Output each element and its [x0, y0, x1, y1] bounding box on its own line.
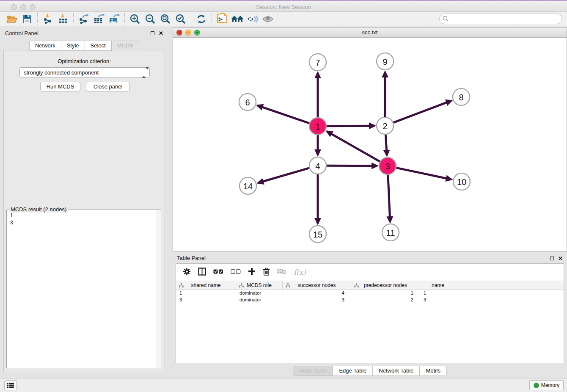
import-table-icon[interactable] — [55, 13, 71, 25]
toolbar-separator — [212, 13, 212, 25]
network-window-title: scc.txt — [173, 28, 567, 37]
network-maximize-icon[interactable]: + — [194, 30, 200, 36]
tab-mcds[interactable]: MCDS — [112, 41, 139, 51]
column-header[interactable]: predecessor nodes — [351, 281, 420, 289]
column-header[interactable]: shared name — [176, 281, 236, 289]
homes-icon[interactable] — [230, 13, 245, 25]
mcds-result-box: MCDS result (2 nodes) 1 3 — [6, 210, 161, 368]
graph-node-label: 15 — [313, 230, 322, 239]
table-header-row: shared nameMCDS rolesuccessor nodesprede… — [176, 281, 564, 290]
memory-button[interactable]: Memory — [529, 380, 564, 390]
graph-node-label: 10 — [457, 177, 466, 187]
tab-network-table[interactable]: Network Table — [373, 366, 420, 376]
tab-motifs[interactable]: Motifs — [420, 366, 447, 376]
close-table-panel-icon[interactable]: ✕ — [558, 257, 563, 260]
unselect-all-columns-icon[interactable] — [231, 268, 241, 276]
window-title: Session: New Session — [0, 4, 567, 10]
task-history-button[interactable] — [4, 380, 17, 390]
export-image-icon[interactable] — [107, 13, 122, 25]
memory-status-icon — [534, 383, 539, 388]
zoom-in-icon[interactable] — [127, 13, 143, 25]
graph-edge-4-3[interactable] — [327, 166, 377, 166]
table-panel: Table Panel ✕ — [173, 252, 567, 378]
graph-node-label: 3 — [385, 162, 390, 171]
open-file-icon[interactable] — [4, 13, 19, 25]
search-box — [439, 14, 562, 24]
table-cell: 1 — [351, 290, 420, 296]
close-panel-button[interactable]: Close panel — [86, 82, 130, 91]
column-header[interactable]: MCDS role — [236, 281, 283, 289]
network-canvas[interactable]: 1234678910111415 — [173, 38, 567, 251]
criterion-select[interactable]: strongly connected component — [19, 67, 150, 77]
delete-table-icon — [277, 268, 286, 276]
list-icon — [7, 382, 14, 388]
export-table-icon[interactable] — [91, 13, 107, 25]
table-rows: 1dominator4113dominator323 — [176, 290, 564, 303]
run-mcds-button[interactable]: Run MCDS — [40, 82, 80, 91]
zoom-selected-icon[interactable] — [173, 13, 188, 25]
table-settings-gear-icon[interactable] — [183, 268, 191, 277]
graph-edge-2-3[interactable] — [385, 135, 387, 155]
toolbar-separator — [124, 13, 125, 25]
save-session-icon[interactable] — [19, 13, 35, 25]
result-scrollbar[interactable] — [156, 210, 161, 368]
table-panel-title: Table Panel — [177, 253, 550, 261]
split-view-icon[interactable] — [198, 268, 206, 277]
column-header[interactable]: successor nodes — [283, 281, 351, 289]
select-all-columns-icon[interactable] — [213, 268, 223, 276]
graph-node-label: 9 — [383, 57, 387, 66]
delete-column-icon[interactable] — [263, 268, 270, 277]
graph-node-label: 4 — [315, 161, 320, 171]
graph[interactable]: 1234678910111415 — [173, 38, 567, 251]
network-minimize-icon[interactable]: − — [185, 30, 191, 36]
document-share-icon[interactable] — [215, 13, 230, 25]
mcds-result-title: MCDS result (2 nodes) — [9, 206, 68, 213]
table-cell: dominator — [236, 290, 283, 296]
network-window-titlebar[interactable]: ✕ − + scc.txt — [173, 28, 567, 38]
main-toolbar — [0, 12, 567, 26]
tab-node-table[interactable]: Node Table — [293, 366, 333, 376]
table-row[interactable]: 3dominator323 — [176, 296, 564, 303]
graph-edge-3-11[interactable] — [388, 175, 390, 222]
graphics-details-icon[interactable] — [245, 13, 260, 25]
import-network-icon[interactable] — [40, 13, 55, 25]
float-table-panel-icon[interactable] — [550, 257, 554, 260]
graph-edge-3-10[interactable] — [396, 168, 451, 179]
mcds-panel: Optimization criterion: strongly connect… — [3, 50, 165, 372]
tab-network[interactable]: Network — [29, 41, 61, 51]
graph-node-label: 14 — [243, 182, 253, 191]
tab-style[interactable]: Style — [61, 41, 85, 51]
graph-edge-4-14[interactable] — [258, 168, 309, 183]
graph-node-label: 6 — [245, 98, 250, 107]
toolbar-separator — [37, 13, 38, 25]
graph-edge-1-6[interactable] — [258, 105, 309, 123]
graph-edge-1-2[interactable] — [327, 126, 374, 126]
zoom-out-icon[interactable] — [143, 13, 158, 25]
close-panel-icon[interactable]: ✕ — [159, 31, 163, 35]
column-header[interactable]: name — [420, 281, 456, 289]
float-panel-icon[interactable] — [151, 31, 154, 35]
eye-icon[interactable] — [260, 13, 275, 25]
search-input[interactable] — [439, 14, 562, 24]
graph-node-label: 2 — [383, 121, 387, 131]
optimization-label: Optimization criterion: — [4, 58, 165, 64]
graph-edge-3-1[interactable] — [327, 131, 380, 161]
export-network-icon[interactable] — [76, 13, 91, 25]
control-panel-title: Control Panel — [5, 28, 151, 36]
status-bar: Memory — [0, 378, 567, 392]
table-cell: 3 — [283, 296, 351, 303]
tab-edge-table[interactable]: Edge Table — [333, 366, 373, 376]
app-window: Session: New Session — [0, 0, 567, 392]
zoom-fit-icon[interactable] — [158, 13, 173, 25]
table-row[interactable]: 1dominator411 — [176, 290, 564, 296]
control-panel: Control Panel ✕ NetworkStyleSelectMCDS O… — [0, 26, 168, 378]
table-cell: 3 — [420, 296, 456, 303]
table-cell: 1 — [420, 290, 456, 296]
refresh-icon[interactable] — [194, 13, 209, 25]
graph-node-label: 8 — [459, 93, 463, 102]
network-close-icon[interactable]: ✕ — [176, 30, 182, 36]
graph-edge-2-8[interactable] — [394, 101, 451, 123]
tab-select[interactable]: Select — [85, 41, 112, 51]
add-column-icon[interactable] — [248, 268, 256, 277]
control-panel-tabs: NetworkStyleSelectMCDS — [0, 41, 168, 51]
